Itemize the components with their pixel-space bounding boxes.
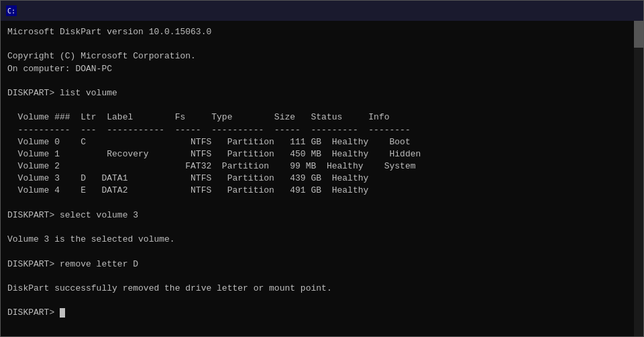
scrollbar-thumb[interactable]: [634, 21, 643, 48]
console-body[interactable]: Microsoft DiskPart version 10.0.15063.0 …: [1, 21, 643, 336]
minimize-button[interactable]: [545, 1, 576, 21]
app-icon: C:: [6, 5, 17, 16]
window-controls: [545, 1, 638, 21]
console-window: C: Microsoft DiskPart version 10.0.15063…: [0, 0, 644, 337]
title-bar: C:: [1, 1, 643, 21]
svg-text:C:: C:: [7, 7, 15, 15]
console-output: Microsoft DiskPart version 10.0.15063.0 …: [7, 26, 637, 320]
scrollbar[interactable]: [634, 21, 643, 336]
cursor: [60, 308, 65, 318]
maximize-button[interactable]: [576, 1, 607, 21]
close-button[interactable]: [607, 1, 638, 21]
